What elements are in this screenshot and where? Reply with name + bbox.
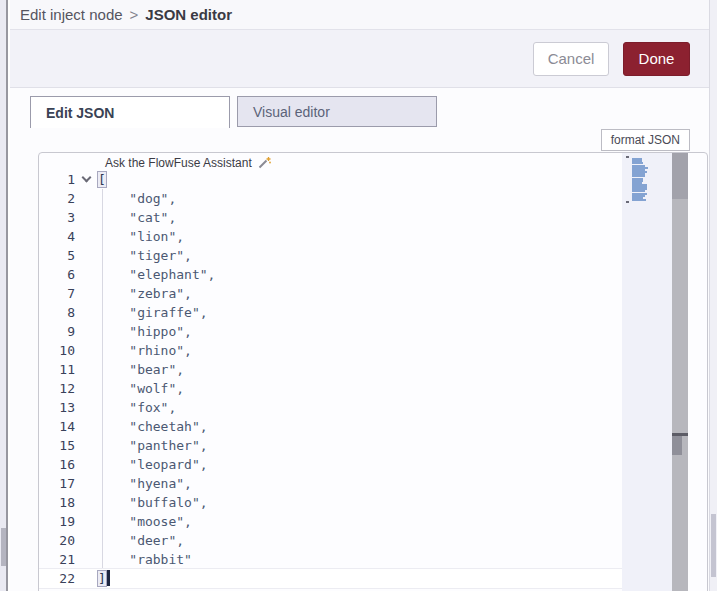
format-json-button[interactable]: format JSON (601, 129, 690, 151)
line-number: 13 (39, 398, 75, 417)
code-line[interactable]: 1[ (39, 170, 622, 189)
line-number: 6 (39, 265, 75, 284)
background-left-strip (0, 0, 8, 591)
code-text: "rabbit" (98, 550, 192, 569)
code-text: "wolf", (98, 379, 184, 398)
line-number: 7 (39, 284, 75, 303)
close-bracket: ] (98, 571, 106, 586)
editor-tabs: Edit JSON Visual editor (30, 96, 437, 128)
code-text: "tiger", (98, 246, 192, 265)
code-editor[interactable]: Ask the FlowFuse Assistant 1[2 "dog",3 "… (38, 152, 708, 591)
gutter-fold-column (75, 531, 98, 550)
tab-visual-editor[interactable]: Visual editor (237, 96, 437, 127)
code-line[interactable]: 4 "lion", (39, 227, 622, 246)
page-scrollbar-thumb[interactable] (711, 514, 716, 577)
gutter-fold-column (75, 208, 98, 227)
code-text: "dog", (98, 189, 176, 208)
line-number: 10 (39, 341, 75, 360)
editor-scrollbar-track[interactable] (672, 153, 688, 591)
json-editor-dialog: Edit inject node > JSON editor Cancel Do… (0, 0, 717, 591)
line-number: 11 (39, 360, 75, 379)
code-line[interactable]: 14 "cheetah", (39, 417, 622, 436)
left-scrollbar-thumb[interactable] (1, 528, 6, 566)
text-cursor (107, 570, 110, 586)
edit-tray: Edit inject node > JSON editor Cancel Do… (10, 0, 717, 591)
gutter-fold-column (75, 341, 98, 360)
code-line[interactable]: 9 "hippo", (39, 322, 622, 341)
code-line[interactable]: 5 "tiger", (39, 246, 622, 265)
gutter-fold-column (75, 227, 98, 246)
cancel-button[interactable]: Cancel (533, 42, 609, 76)
code-text: "leopard", (98, 455, 208, 474)
editor-scrollbar-thumb[interactable] (672, 153, 688, 199)
code-text: "rhino", (98, 341, 192, 360)
line-number: 19 (39, 512, 75, 531)
gutter-fold-column[interactable] (75, 170, 98, 189)
code-line[interactable]: 22] (39, 569, 622, 588)
gutter-fold-column (75, 398, 98, 417)
code-line[interactable]: 7 "zebra", (39, 284, 622, 303)
gutter-fold-column (75, 189, 98, 208)
code-text: "buffalo", (98, 493, 208, 512)
line-number: 5 (39, 246, 75, 265)
flowfuse-assistant-widget[interactable]: Ask the FlowFuse Assistant (105, 154, 271, 171)
code-line[interactable]: 16 "leopard", (39, 455, 622, 474)
gutter-fold-column (75, 322, 98, 341)
line-number: 22 (39, 569, 75, 588)
gutter-fold-column (75, 569, 98, 588)
line-number: 9 (39, 322, 75, 341)
assistant-label: Ask the FlowFuse Assistant (105, 156, 252, 170)
gutter-fold-column (75, 265, 98, 284)
gutter-fold-column (75, 379, 98, 398)
code-line[interactable]: 21 "rabbit" (39, 550, 622, 569)
gutter-fold-column (75, 303, 98, 322)
code-line[interactable]: 10 "rhino", (39, 341, 622, 360)
line-number: 14 (39, 417, 75, 436)
gutter-fold-column (75, 550, 98, 569)
line-number: 16 (39, 455, 75, 474)
code-line[interactable]: 15 "panther", (39, 436, 622, 455)
dialog-action-bar: Cancel Done (10, 30, 717, 88)
gutter-fold-column (75, 493, 98, 512)
line-number: 17 (39, 474, 75, 493)
code-line[interactable]: 6 "elephant", (39, 265, 622, 284)
code-line[interactable]: 2 "dog", (39, 189, 622, 208)
tab-edit-json[interactable]: Edit JSON (30, 96, 230, 128)
page-scrollbar-track[interactable] (709, 0, 717, 591)
line-number: 4 (39, 227, 75, 246)
code-text: "fox", (98, 398, 176, 417)
breadcrumb: Edit inject node > JSON editor (10, 0, 717, 30)
overview-ruler-decoration (672, 436, 682, 455)
breadcrumb-parent[interactable]: Edit inject node (20, 6, 123, 23)
code-text: "panther", (98, 436, 208, 455)
breadcrumb-current: JSON editor (145, 6, 232, 23)
gutter-fold-column (75, 417, 98, 436)
gutter-fold-column (75, 284, 98, 303)
open-bracket: [ (98, 172, 106, 187)
gutter-fold-column (75, 436, 98, 455)
code-line[interactable]: 3 "cat", (39, 208, 622, 227)
minimap[interactable] (622, 153, 672, 591)
code-text: "hippo", (98, 322, 192, 341)
code-line[interactable]: 12 "wolf", (39, 379, 622, 398)
code-line[interactable]: 11 "bear", (39, 360, 622, 379)
code-lines[interactable]: 1[2 "dog",3 "cat",4 "lion",5 "tiger",6 "… (39, 170, 622, 588)
code-line[interactable]: 18 "buffalo", (39, 493, 622, 512)
line-number: 2 (39, 189, 75, 208)
code-line[interactable]: 13 "fox", (39, 398, 622, 417)
gutter-fold-column (75, 246, 98, 265)
code-text: "cheetah", (98, 417, 208, 436)
code-line[interactable]: 20 "deer", (39, 531, 622, 550)
breadcrumb-separator: > (130, 6, 139, 23)
code-text: "hyena", (98, 474, 192, 493)
code-text: "zebra", (98, 284, 192, 303)
code-line[interactable]: 19 "moose", (39, 512, 622, 531)
magic-wand-icon (257, 156, 271, 170)
code-line[interactable]: 8 "giraffe", (39, 303, 622, 322)
code-text: "bear", (98, 360, 184, 379)
done-button[interactable]: Done (623, 42, 690, 76)
code-line[interactable]: 17 "hyena", (39, 474, 622, 493)
line-number: 3 (39, 208, 75, 227)
gutter-fold-column (75, 474, 98, 493)
chevron-down-icon (82, 173, 92, 183)
